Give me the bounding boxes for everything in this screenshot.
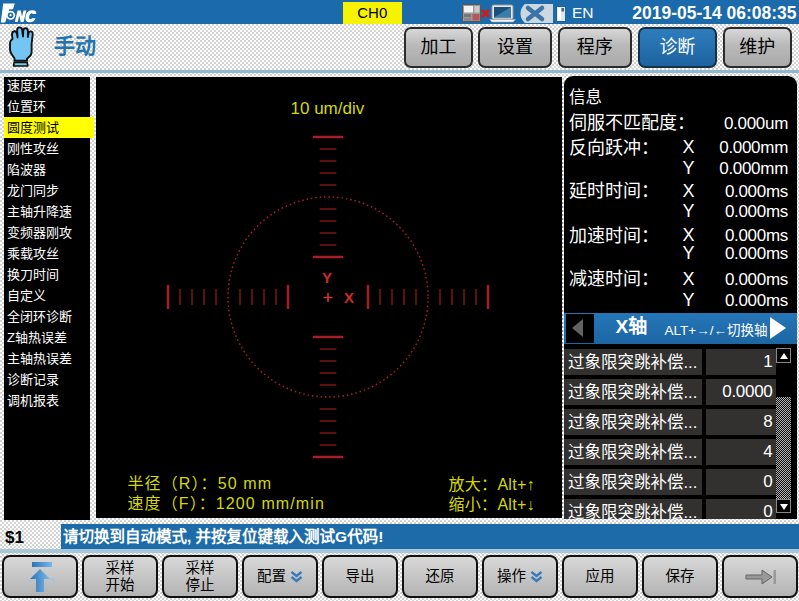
svg-text:X: X — [344, 289, 354, 306]
svg-text:Y: Y — [322, 269, 332, 286]
